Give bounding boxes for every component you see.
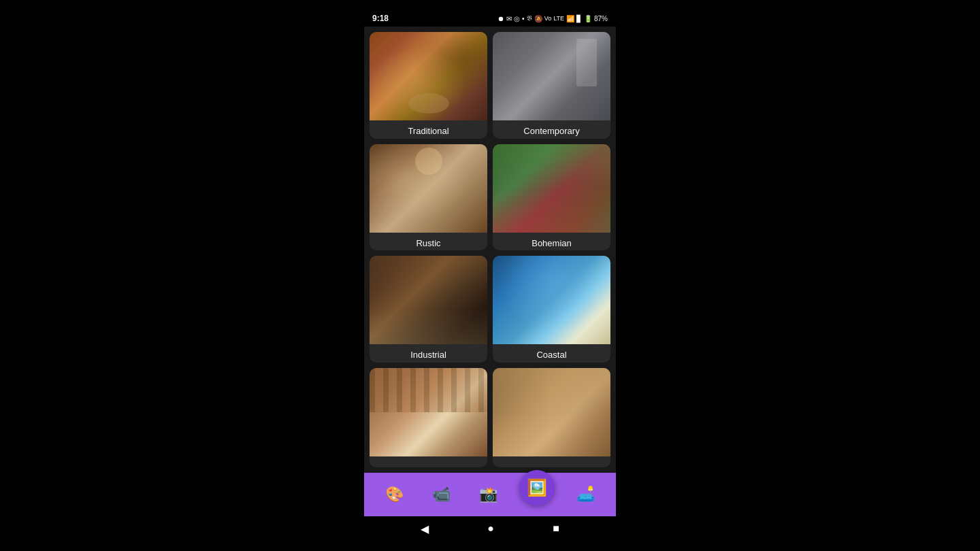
status-dot-icon: • [522,15,525,22]
mute-icon: 🔕 [534,15,542,22]
style-card-contemporary[interactable]: Contemporary [493,32,610,139]
gallery-active-icon: 🖼️ [527,478,547,497]
bohemian-img [493,144,610,233]
status-record-icon: ⏺ [497,15,504,22]
style-image-coastal [493,256,610,344]
bluetooth-icon: 𝔅 [527,14,532,22]
battery-percent: 87% [594,15,608,22]
style-label-midcentury1 [370,456,487,467]
contemporary-img [493,32,610,120]
status-message-icon: ✉ [506,15,512,22]
rustic-img [370,144,487,233]
style-card-traditional[interactable]: Traditional [370,32,487,139]
nav-item-video[interactable]: 📹 [425,483,457,506]
back-button[interactable]: ◀ [421,522,429,535]
status-time: 9:18 [372,14,389,23]
lte-icon: LTE [553,15,564,22]
style-image-contemporary [493,32,610,120]
signal-text: Vo [544,15,552,22]
style-label-industrial: Industrial [370,344,487,363]
video-icon: 📹 [432,487,451,502]
phone-container: 9:18 ⏺ ✉ ◎ • 𝔅 🔕 Vo LTE 📶 ▊ 🔋 87% Tradit… [364,10,616,541]
recents-button[interactable]: ■ [553,522,559,535]
style-card-coastal[interactable]: Coastal [493,256,610,363]
style-image-bohemian [493,144,610,233]
style-label-midcentury2 [493,456,610,467]
style-card-midcentury1[interactable] [370,368,487,467]
style-label-bohemian: Bohemian [493,233,610,251]
signal-bars-icon: ▊ [576,15,582,22]
style-label-traditional: Traditional [370,120,487,139]
style-image-traditional [370,32,487,120]
battery-icon: 🔋 [584,15,592,22]
status-bar: 9:18 ⏺ ✉ ◎ • 𝔅 🔕 Vo LTE 📶 ▊ 🔋 87% [364,10,616,27]
nav-item-furniture[interactable]: 🛋️ [570,483,602,506]
style-label-rustic: Rustic [370,233,487,251]
camera-icon: 📸 [479,487,497,502]
home-button[interactable]: ● [487,522,494,535]
status-location-icon: ◎ [514,15,520,22]
status-icons: ⏺ ✉ ◎ • 𝔅 🔕 Vo LTE 📶 ▊ 🔋 87% [497,14,608,22]
midcentury1-img [370,368,487,456]
midcentury2-img [493,368,610,456]
styles-grid: Traditional Contemporary Rustic Bohemian [364,27,616,473]
furniture-icon: 🛋️ [576,487,595,502]
palette-icon: 🎨 [385,487,404,502]
nav-item-palette[interactable]: 🎨 [378,483,410,506]
wifi-icon: 📶 [566,15,574,22]
style-image-rustic [370,144,487,233]
style-card-rustic[interactable]: Rustic [370,144,487,251]
style-card-midcentury2[interactable] [493,368,610,467]
nav-item-camera[interactable]: 📸 [472,483,504,506]
style-card-industrial[interactable]: Industrial [370,256,487,363]
style-image-midcentury1 [370,368,487,456]
style-label-coastal: Coastal [493,344,610,363]
phone-nav-bar: ◀ ● ■ [364,516,616,541]
bottom-nav: 🎨 📹 📸 🖼️ 🛋️ [364,473,616,516]
nav-center-gallery-button[interactable]: 🖼️ [519,470,555,505]
style-label-contemporary: Contemporary [493,120,610,139]
style-image-midcentury2 [493,368,610,456]
style-card-bohemian[interactable]: Bohemian [493,144,610,251]
traditional-img [370,32,487,120]
style-image-industrial [370,256,487,344]
industrial-img [370,256,487,344]
coastal-img [493,256,610,344]
